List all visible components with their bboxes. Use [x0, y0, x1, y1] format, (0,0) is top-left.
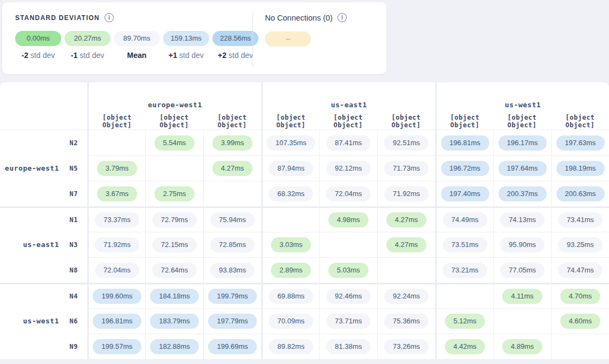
info-icon[interactable]: i [105, 13, 114, 22]
latency-cell[interactable] [87, 130, 145, 155]
latency-cell[interactable]: 3.99ms [203, 130, 261, 155]
latency-cell[interactable]: 71.73ms [377, 155, 435, 181]
latency-pill: 5.54ms [154, 135, 195, 151]
latency-cell[interactable]: 81.38ms [319, 334, 377, 359]
latency-cell[interactable]: 183.79ms [145, 308, 203, 334]
latency-cell[interactable] [551, 334, 609, 359]
latency-cell[interactable]: 184.18ms [145, 283, 203, 308]
latency-cell[interactable]: 73.37ms [87, 206, 145, 232]
latency-cell[interactable]: 74.13ms [493, 206, 551, 232]
matrix-row-group: N4 199.60ms 184.18ms [0, 283, 609, 359]
latency-cell[interactable]: 75.94ms [203, 206, 261, 232]
latency-pill: 72.85ms [210, 237, 255, 252]
latency-cell[interactable]: 2.75ms [145, 181, 203, 206]
latency-cell[interactable]: 92.51ms [377, 130, 435, 155]
latency-cell[interactable]: 199.69ms [203, 334, 261, 359]
latency-cell[interactable]: 77.05ms [493, 257, 551, 283]
latency-pill: 199.60ms [93, 289, 141, 304]
latency-cell[interactable]: 74.47ms [551, 257, 609, 283]
latency-cell[interactable]: 70.09ms [261, 308, 319, 334]
latency-cell[interactable]: 5.03ms [319, 257, 377, 283]
latency-pill: 5.12ms [445, 314, 485, 329]
latency-cell[interactable]: 4.98ms [319, 206, 377, 232]
latency-cell[interactable]: 72.04ms [87, 257, 145, 283]
latency-cell[interactable]: 3.79ms [87, 155, 145, 181]
latency-cell[interactable]: 93.25ms [551, 232, 609, 257]
latency-cell[interactable]: 73.51ms [435, 232, 493, 257]
latency-cell[interactable]: 199.79ms [203, 283, 261, 308]
latency-cell[interactable] [377, 257, 435, 283]
latency-cell[interactable]: 74.49ms [435, 206, 493, 232]
latency-pill: 199.57ms [93, 339, 141, 354]
latency-cell[interactable]: 5.54ms [145, 130, 203, 155]
latency-cell[interactable]: 200.37ms [493, 181, 551, 206]
latency-cell[interactable]: 199.60ms [87, 283, 145, 308]
latency-cell[interactable]: 3.67ms [87, 181, 145, 206]
latency-cell[interactable]: 198.19ms [551, 155, 609, 181]
latency-cell[interactable]: 73.71ms [319, 308, 377, 334]
latency-cell[interactable]: 197.63ms [551, 130, 609, 155]
latency-pill: 4.60ms [560, 314, 601, 329]
latency-cell[interactable]: 87.94ms [261, 155, 319, 181]
legend-stop-label: -2 std dev [15, 51, 61, 60]
latency-cell[interactable]: 73.41ms [551, 206, 609, 232]
info-icon[interactable]: i [338, 13, 347, 22]
latency-cell[interactable]: 4.27ms [203, 155, 261, 181]
latency-cell[interactable]: 3.03ms [261, 232, 319, 257]
latency-cell[interactable]: 197.64ms [493, 155, 551, 181]
latency-cell[interactable]: 73.21ms [435, 257, 493, 283]
latency-cell[interactable]: 2.89ms [261, 257, 319, 283]
latency-cell[interactable]: 72.79ms [145, 206, 203, 232]
latency-dashboard: STANDARD DEVIATION i 0.00ms -2 std dev 2… [0, 2, 609, 360]
latency-cell[interactable]: 4.27ms [377, 232, 435, 257]
latency-cell[interactable]: 92.24ms [377, 283, 435, 308]
latency-cell[interactable]: 72.85ms [203, 232, 261, 257]
row-group-region-label [0, 334, 60, 359]
latency-cell[interactable]: 71.92ms [87, 232, 145, 257]
column-node-header: [object Object] [493, 113, 551, 130]
latency-cell[interactable]: 87.41ms [319, 130, 377, 155]
latency-cell[interactable]: 4.89ms [493, 334, 551, 359]
latency-pill: 71.92ms [95, 237, 139, 252]
latency-cell[interactable] [319, 232, 377, 257]
latency-cell[interactable]: 196.81ms [435, 130, 493, 155]
latency-pill: 89.82ms [269, 339, 313, 354]
latency-cell[interactable]: 107.35ms [261, 130, 319, 155]
latency-cell[interactable]: 75.36ms [377, 308, 435, 334]
latency-cell[interactable] [145, 155, 203, 181]
legend-stop: 20.27ms -1 std dev [64, 31, 111, 60]
latency-cell[interactable]: 4.27ms [377, 206, 435, 232]
latency-cell[interactable]: 93.83ms [203, 257, 261, 283]
latency-cell[interactable]: 72.04ms [319, 181, 377, 206]
latency-cell[interactable]: 92.46ms [319, 283, 377, 308]
latency-cell[interactable]: 4.70ms [551, 283, 609, 308]
latency-cell[interactable]: 4.42ms [435, 334, 493, 359]
latency-cell[interactable]: 196.17ms [493, 130, 551, 155]
latency-cell[interactable]: 72.15ms [145, 232, 203, 257]
latency-cell[interactable]: 72.64ms [145, 257, 203, 283]
latency-cell[interactable]: 4.60ms [551, 308, 609, 334]
latency-cell[interactable]: 92.12ms [319, 155, 377, 181]
latency-cell[interactable]: 5.12ms [435, 308, 493, 334]
latency-cell[interactable]: 4.11ms [493, 283, 551, 308]
latency-cell[interactable] [493, 308, 551, 334]
latency-cell[interactable]: 73.26ms [377, 334, 435, 359]
latency-cell[interactable]: 68.32ms [261, 181, 319, 206]
latency-cell[interactable]: 196.81ms [87, 308, 145, 334]
latency-cell[interactable]: 182.88ms [145, 334, 203, 359]
latency-cell[interactable] [203, 181, 261, 206]
latency-cell[interactable]: 200.63ms [551, 181, 609, 206]
latency-cell[interactable] [261, 206, 319, 232]
latency-cell[interactable]: 199.57ms [87, 334, 145, 359]
latency-cell[interactable]: 197.40ms [435, 181, 493, 206]
latency-pill: 74.49ms [443, 212, 487, 227]
latency-cell[interactable]: 95.90ms [493, 232, 551, 257]
latency-cell[interactable]: 197.79ms [203, 308, 261, 334]
matrix-row: us-east1 N3 71.92ms 72.15ms [0, 232, 609, 257]
latency-cell[interactable]: 69.88ms [261, 283, 319, 308]
latency-cell[interactable] [435, 283, 493, 308]
latency-cell[interactable]: 89.82ms [261, 334, 319, 359]
latency-cell[interactable]: 196.72ms [435, 155, 493, 181]
latency-pill: 4.11ms [502, 289, 542, 304]
latency-cell[interactable]: 71.92ms [377, 181, 435, 206]
